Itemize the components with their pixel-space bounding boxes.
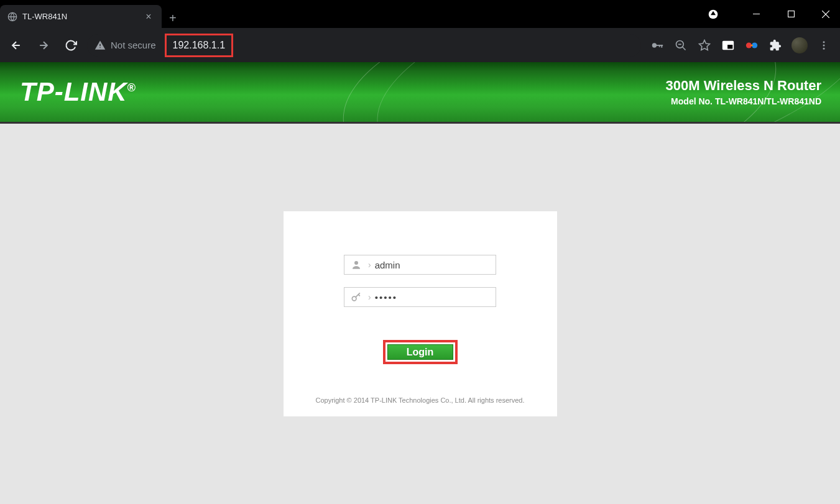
password-row: › xyxy=(344,287,496,307)
key-login-icon xyxy=(344,288,368,306)
address-bar[interactable]: Not secure 192.168.1.1 xyxy=(87,34,641,57)
star-icon[interactable] xyxy=(697,38,712,53)
extensions-puzzle-icon[interactable] xyxy=(768,38,783,53)
username-input[interactable] xyxy=(374,257,496,273)
tabs-section: TL-WR841N × + xyxy=(0,0,177,28)
key-icon[interactable] xyxy=(650,38,665,53)
svg-point-21 xyxy=(823,47,825,49)
header-info: 300M Wireless N Router Model No. TL-WR84… xyxy=(666,78,821,106)
browser-toolbar: Not secure 192.168.1.1 xyxy=(0,28,840,62)
extension-glasses-icon[interactable] xyxy=(744,38,759,53)
svg-point-19 xyxy=(823,41,825,43)
window-titlebar: TL-WR841N × + xyxy=(0,0,840,28)
product-title: 300M Wireless N Router xyxy=(666,78,821,94)
login-card: › › Login Copyright © 2014 TP-LINK Techn… xyxy=(284,211,557,416)
url-highlight: 192.168.1.1 xyxy=(165,34,234,57)
router-page-header: TP-LINK® 300M Wireless N Router Model No… xyxy=(0,62,840,123)
svg-rect-15 xyxy=(727,45,732,48)
url-text: 192.168.1.1 xyxy=(173,40,226,50)
svg-rect-18 xyxy=(750,45,753,46)
login-button[interactable]: Login xyxy=(387,344,453,360)
profile-avatar[interactable] xyxy=(792,37,808,53)
toolbar-icons xyxy=(646,37,835,53)
username-row: › xyxy=(344,255,496,275)
svg-line-11 xyxy=(683,47,686,50)
login-button-highlight: Login xyxy=(383,340,458,364)
svg-rect-9 xyxy=(659,45,660,47)
chevron-right-icon: › xyxy=(368,260,371,270)
close-window-button[interactable] xyxy=(811,3,840,25)
close-tab-icon[interactable]: × xyxy=(143,11,154,22)
zoom-out-icon[interactable] xyxy=(673,38,688,53)
password-input[interactable] xyxy=(374,290,496,305)
copyright-text: Copyright © 2014 TP-LINK Technologies Co… xyxy=(315,396,524,404)
page-content: › › Login Copyright © 2014 TP-LINK Techn… xyxy=(0,123,840,504)
forward-button[interactable] xyxy=(32,34,55,57)
user-icon xyxy=(344,255,368,274)
security-label: Not secure xyxy=(111,40,156,50)
tab-title: TL-WR841N xyxy=(22,12,143,21)
globe-icon xyxy=(7,12,17,22)
menu-icon[interactable] xyxy=(816,38,831,53)
model-number: Model No. TL-WR841N/TL-WR841ND xyxy=(666,96,821,106)
reload-button[interactable] xyxy=(60,34,82,57)
warning-icon xyxy=(95,40,106,51)
minimize-button[interactable] xyxy=(742,3,770,25)
svg-rect-3 xyxy=(788,11,794,17)
svg-rect-8 xyxy=(661,45,662,48)
svg-marker-13 xyxy=(699,40,710,50)
new-tab-button[interactable]: + xyxy=(169,11,177,25)
svg-point-22 xyxy=(354,261,358,265)
pip-icon[interactable] xyxy=(721,38,736,53)
window-controls xyxy=(706,0,840,28)
svg-point-20 xyxy=(823,44,825,46)
app-indicator-icon[interactable] xyxy=(706,7,720,21)
browser-tab[interactable]: TL-WR841N × xyxy=(0,5,162,28)
security-badge[interactable]: Not secure xyxy=(95,40,156,51)
chevron-right-icon: › xyxy=(368,292,371,302)
tplink-logo: TP-LINK® xyxy=(20,77,136,107)
back-button[interactable] xyxy=(5,34,27,57)
maximize-button[interactable] xyxy=(777,3,805,25)
